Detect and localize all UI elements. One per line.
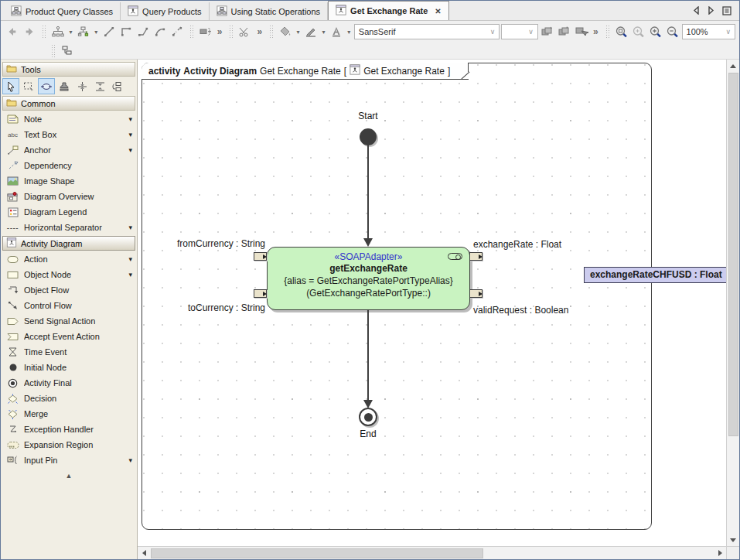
control-flow-edge[interactable] [367,310,369,401]
add-related-elements-button[interactable] [76,23,91,40]
containment-structure-button[interactable] [60,43,75,60]
line-color-button[interactable] [303,23,319,40]
zoom-in-button[interactable] [648,23,663,40]
scroll-up-button[interactable] [727,60,739,72]
scroll-right-button[interactable] [714,547,726,559]
palette-item-accept-event-action[interactable]: Accept Event Action [1,329,137,344]
zoom-restore-button[interactable] [631,23,646,40]
toolbar-drag-handle[interactable] [269,25,273,39]
palette-item-horizontal-separator[interactable]: ---- Horizontal Separator ▾ [1,220,137,235]
initial-node[interactable] [360,128,377,145]
back-button[interactable] [5,23,20,40]
tab-list-menu-icon[interactable] [722,6,731,15]
palette-item-object-flow[interactable]: Object Flow [1,282,137,298]
font-color-dropdown-icon[interactable]: ▾ [346,29,353,36]
close-tab-icon[interactable]: ✕ [435,7,441,15]
palette-section-tools[interactable]: Tools [2,62,135,77]
refactor-cut-button[interactable] [237,23,253,40]
dropdown-icon[interactable]: ▾ [128,115,132,123]
palette-item-diagram-overview[interactable]: Diagram Overview [1,189,137,204]
font-color-button[interactable] [329,23,344,40]
dropdown-icon[interactable]: ▾ [128,146,132,154]
palette-item-send-signal-action[interactable]: Send Signal Action [1,313,137,329]
select-tool-button[interactable] [2,78,19,94]
toolbar-drag-handle[interactable] [189,25,193,39]
stamp-tool-button[interactable] [56,78,73,94]
input-pin-tocurrency[interactable] [254,289,267,298]
palette-item-anchor[interactable]: Anchor ▾ [1,142,137,158]
group-button[interactable] [540,23,555,40]
horizontal-scroll-thumb[interactable] [151,548,483,558]
pin-label-exchangerate[interactable]: exchangeRate : Float [473,239,561,250]
activity-final-label[interactable]: End [329,429,407,439]
align-tool-button[interactable] [91,78,108,94]
palette-item-activity-final[interactable]: Activity Final [1,375,137,391]
diagram-canvas[interactable]: activity Activity Diagram Get Exchange R… [138,60,726,546]
output-pin-validrequest[interactable] [469,289,483,298]
toolbar-drag-handle[interactable] [605,25,609,39]
palette-item-initial-node[interactable]: Initial Node [1,360,137,375]
select-shape-button[interactable] [574,23,589,40]
palette-item-text-box[interactable]: abc Text Box ▾ [1,127,137,142]
pin-label-fromcurrency[interactable]: fromCurrency : String [153,238,265,249]
swap-elements-tool-button[interactable] [109,78,126,94]
toolbar-drag-handle[interactable] [51,44,55,58]
palette-item-input-pin[interactable]: Input Pin ▾ [1,452,137,468]
scroll-tabs-right-icon[interactable] [708,6,714,15]
input-pin-fromcurrency[interactable] [254,252,267,261]
palette-item-exception-handler[interactable]: Exception Handler [1,422,137,437]
action-getexchangerate[interactable]: «SOAPAdapter» getExchangeRate {alias = G… [267,247,470,310]
palette-section-common[interactable]: Common [2,96,135,111]
vertical-scrollbar[interactable] [726,60,739,546]
fit-in-window-button[interactable] [614,23,629,40]
horizontal-scrollbar[interactable] [138,546,726,559]
overflow-chevron[interactable]: » [215,26,225,37]
scroll-down-button[interactable] [727,534,739,546]
palette-item-merge[interactable]: Merge [1,406,137,422]
palette-item-object-node[interactable]: Object Node ▾ [1,267,137,282]
dropdown-icon[interactable]: ▾ [128,271,132,278]
palette-item-image-shape[interactable]: Image Shape [1,173,137,189]
initial-node-label[interactable]: Start [329,111,407,121]
fill-color-button[interactable] [278,23,293,40]
pin-label-validrequest[interactable]: validRequest : Boolean [473,305,568,316]
scroll-left-button[interactable] [138,547,150,559]
pin-label-tocurrency[interactable]: toCurrency : String [153,302,265,313]
tab-product-query-classes[interactable]: Product Query Classes [4,2,121,20]
overflow-chevron[interactable]: » [591,26,601,37]
zoom-level-select[interactable]: 100% ∨ [682,24,735,39]
output-value-label[interactable]: exchangeRateCHFUSD : Float [584,267,726,283]
line-style-curved-button[interactable] [152,23,168,40]
toolbar-drag-handle[interactable] [42,25,46,39]
palette-item-control-flow[interactable]: Control Flow [1,298,137,313]
forward-button[interactable] [22,23,37,40]
fill-color-dropdown-icon[interactable]: ▾ [295,29,302,36]
font-size-select[interactable]: ∨ [501,24,538,39]
palette-section-activity-diagram[interactable]: Activity Diagram [2,236,135,251]
palette-item-diagram-legend[interactable]: Diagram Legend [1,204,137,220]
palette-item-expansion-region[interactable]: Expansion Region [1,437,137,452]
link-tool-button[interactable] [38,78,55,94]
control-flow-edge[interactable] [367,145,369,239]
line-style-rectilinear-button[interactable] [118,23,134,40]
activity-frame-title[interactable]: activity Activity Diagram Get Exchange R… [142,63,469,80]
font-family-select[interactable]: SansSerif ∨ [354,24,500,39]
line-style-oblique-button[interactable] [135,23,151,40]
layout-tree-button[interactable] [50,23,66,40]
activity-final-node[interactable] [359,408,377,426]
overflow-chevron[interactable]: » [254,26,264,37]
palette-collapse-button[interactable]: ▲ [1,470,137,481]
palette-item-dependency[interactable]: Dependency [1,158,137,173]
toolbar-drag-handle[interactable] [229,25,233,39]
ungroup-button[interactable] [557,23,572,40]
line-color-dropdown-icon[interactable]: ▾ [320,29,327,36]
distribute-vertical-tool-button[interactable] [73,78,90,94]
line-style-straight-button[interactable] [101,23,117,40]
vertical-scroll-thumb[interactable] [728,73,738,436]
layout-tree-dropdown-icon[interactable]: ▾ [67,29,74,36]
tab-query-products[interactable]: Query Products [121,2,209,20]
dropdown-icon[interactable]: ▾ [128,456,132,464]
palette-item-decision[interactable]: Decision [1,391,137,406]
marquee-select-tool-button[interactable] [20,78,37,94]
output-pin-exchangerate[interactable] [469,252,483,261]
